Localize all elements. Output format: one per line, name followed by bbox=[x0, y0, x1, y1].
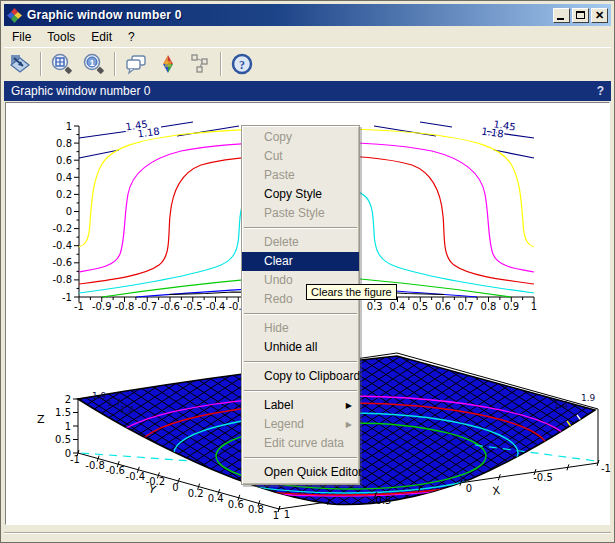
svg-text:-0.6: -0.6 bbox=[105, 465, 125, 476]
menu-item-label: Clear bbox=[264, 254, 293, 268]
svg-text:1: 1 bbox=[284, 509, 290, 520]
svg-text:0.8: 0.8 bbox=[481, 301, 497, 312]
svg-text:-0.8: -0.8 bbox=[85, 460, 105, 471]
menu-item-paste: Paste bbox=[242, 166, 359, 185]
menu-item-label: Copy bbox=[264, 130, 292, 144]
menu-item-label[interactable]: Label▶ bbox=[242, 396, 359, 415]
menu-item-label: Unhide all bbox=[264, 340, 317, 354]
menu-item-label: Hide bbox=[264, 321, 289, 335]
menu-item-label: Cut bbox=[264, 149, 283, 163]
svg-text:0.6: 0.6 bbox=[228, 499, 244, 510]
svg-text:1: 1 bbox=[66, 121, 72, 132]
svg-text:0: 0 bbox=[66, 206, 72, 217]
svg-text:-0.6: -0.6 bbox=[160, 301, 180, 312]
menu-separator bbox=[244, 390, 357, 392]
menu-item-paste-style: Paste Style bbox=[242, 204, 359, 223]
svg-text:0.8: 0.8 bbox=[248, 504, 264, 515]
menu-item-delete: Delete bbox=[242, 233, 359, 252]
menu-separator bbox=[244, 457, 357, 459]
svg-text:1.4: 1.4 bbox=[120, 405, 135, 415]
menu-item-copy-to-clipboard[interactable]: Copy to Clipboard bbox=[242, 367, 359, 386]
svg-text:-0.6: -0.6 bbox=[52, 257, 72, 268]
svg-text:1.5: 1.5 bbox=[55, 407, 71, 418]
menu-item-open-quick-editor[interactable]: Open Quick Editor bbox=[242, 463, 359, 482]
svg-text:0.5: 0.5 bbox=[376, 495, 392, 506]
svg-text:-0.2: -0.2 bbox=[52, 223, 72, 234]
svg-text:1: 1 bbox=[531, 301, 537, 312]
menu-item-copy-style[interactable]: Copy Style bbox=[242, 185, 359, 204]
svg-text:0.4: 0.4 bbox=[390, 301, 406, 312]
svg-text:X: X bbox=[492, 484, 502, 498]
svg-text:-1: -1 bbox=[62, 292, 72, 303]
svg-text:2: 2 bbox=[65, 394, 71, 405]
menu-separator bbox=[244, 313, 357, 315]
submenu-arrow-icon: ▶ bbox=[346, 415, 352, 434]
menu-item-label: Redo bbox=[264, 292, 293, 306]
svg-text:-1: -1 bbox=[74, 301, 84, 312]
svg-text:-0.4: -0.4 bbox=[206, 301, 226, 312]
menu-item-legend: Legend▶ bbox=[242, 415, 359, 434]
svg-text:0.4: 0.4 bbox=[56, 172, 72, 183]
menu-item-label: Paste Style bbox=[264, 206, 325, 220]
svg-text:-0.5: -0.5 bbox=[183, 301, 203, 312]
svg-text:1.4: 1.4 bbox=[554, 400, 569, 410]
menu-item-label: Delete bbox=[264, 235, 299, 249]
svg-text:0.8: 0.8 bbox=[56, 138, 72, 149]
svg-text:0.7: 0.7 bbox=[458, 301, 474, 312]
svg-text:-0.8: -0.8 bbox=[115, 301, 135, 312]
svg-text:0.5: 0.5 bbox=[412, 301, 428, 312]
svg-text:1.9: 1.9 bbox=[581, 393, 596, 403]
svg-text:-0.8: -0.8 bbox=[52, 274, 72, 285]
svg-text:Z: Z bbox=[37, 413, 45, 426]
menu-item-edit-curve-data: Edit curve data bbox=[242, 434, 359, 453]
menu-separator bbox=[244, 361, 357, 363]
svg-text:-0.9: -0.9 bbox=[92, 301, 112, 312]
menu-item-cut: Cut bbox=[242, 147, 359, 166]
menu-item-clear[interactable]: Clear bbox=[242, 252, 359, 271]
svg-text:0: 0 bbox=[172, 482, 178, 493]
svg-text:-0.7: -0.7 bbox=[137, 301, 157, 312]
svg-text:-1: -1 bbox=[601, 463, 611, 474]
context-menu: CopyCutPasteCopy StylePaste StyleDeleteC… bbox=[241, 125, 360, 485]
menu-item-label: Legend bbox=[264, 417, 304, 431]
svg-text:0.3: 0.3 bbox=[367, 301, 383, 312]
menu-separator bbox=[244, 227, 357, 229]
svg-text:0.4: 0.4 bbox=[208, 493, 224, 504]
svg-text:0: 0 bbox=[466, 483, 472, 494]
svg-text:-0.5: -0.5 bbox=[533, 472, 553, 483]
svg-text:1.18: 1.18 bbox=[137, 126, 161, 140]
menu-item-label: Paste bbox=[264, 168, 295, 182]
svg-text:0.6: 0.6 bbox=[435, 301, 451, 312]
svg-text:0.2: 0.2 bbox=[56, 189, 72, 200]
svg-text:1: 1 bbox=[65, 421, 71, 432]
submenu-arrow-icon: ▶ bbox=[346, 396, 352, 415]
menu-item-label: Open Quick Editor bbox=[264, 465, 362, 479]
menu-item-label: Edit curve data bbox=[264, 436, 344, 450]
menu-item-label: Label bbox=[264, 398, 293, 412]
svg-text:1.18: 1.18 bbox=[481, 126, 505, 140]
svg-text:-1: -1 bbox=[70, 454, 80, 465]
graphic-window: Graphic window number 0 ✕ File Tools Edi… bbox=[0, 0, 615, 543]
menu-item-hide: Hide bbox=[242, 319, 359, 338]
menu-item-unhide-all[interactable]: Unhide all bbox=[242, 338, 359, 357]
menu-item-copy: Copy bbox=[242, 128, 359, 147]
menu-item-label: Undo bbox=[264, 273, 293, 287]
tooltip: Clears the figure bbox=[306, 284, 397, 300]
svg-text:-0.4: -0.4 bbox=[126, 471, 146, 482]
menu-item-label: Copy to Clipboard bbox=[264, 369, 360, 383]
svg-text:0.5: 0.5 bbox=[55, 434, 71, 445]
svg-text:-0.4: -0.4 bbox=[52, 240, 72, 251]
svg-text:0.6: 0.6 bbox=[56, 155, 72, 166]
menu-item-label: Copy Style bbox=[264, 187, 322, 201]
svg-text:0.2: 0.2 bbox=[188, 488, 204, 499]
svg-text:0.9: 0.9 bbox=[503, 301, 519, 312]
svg-text:1.9: 1.9 bbox=[92, 391, 107, 401]
